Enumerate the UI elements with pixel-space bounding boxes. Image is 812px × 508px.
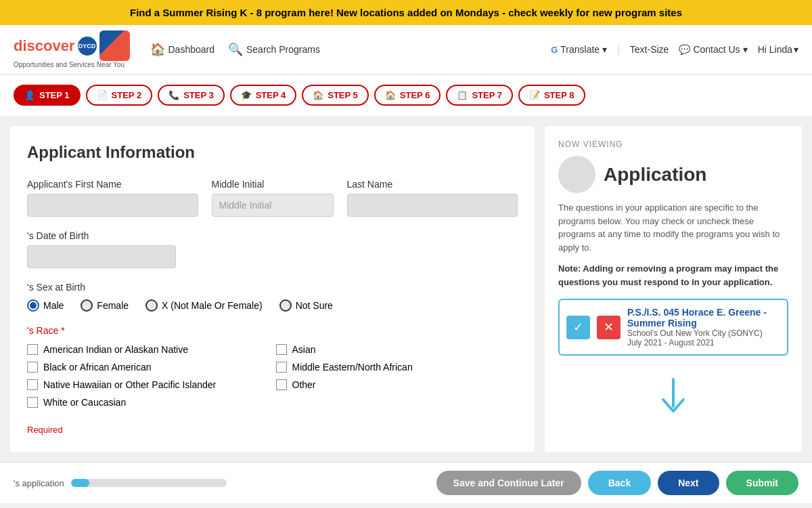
- header: discover DYCD Opportunities and Services…: [0, 25, 812, 75]
- race-other[interactable]: Other: [276, 379, 518, 390]
- step-8-label: STEP 8: [544, 90, 574, 100]
- footer-bar: 's application Save and Continue Later B…: [0, 462, 812, 503]
- race-american-indian[interactable]: American Indian or Alaskan Native: [27, 344, 269, 355]
- x-radio[interactable]: [145, 299, 158, 312]
- dycd-badge: DYCD: [78, 37, 97, 56]
- next-button[interactable]: Next: [658, 471, 719, 495]
- middle-initial-label: Middle Initial: [212, 179, 334, 190]
- translate-label: Translate: [560, 44, 600, 55]
- step-3-label: STEP 3: [183, 90, 214, 100]
- race-black[interactable]: Black or African American: [27, 362, 269, 373]
- contact-chevron: ▾: [743, 44, 748, 55]
- contact-button[interactable]: 💬 Contact Us ▾: [679, 44, 747, 55]
- arrow-hint: [558, 376, 788, 423]
- first-name-group: Applicant's First Name: [27, 179, 198, 217]
- program-check-button[interactable]: ✓: [566, 316, 590, 339]
- text-size-label: Text-Size: [630, 44, 669, 55]
- logo-icon: [99, 30, 130, 61]
- native-hawaiian-label: Native Hawaiian or Other Pacific Islande…: [43, 379, 216, 390]
- step-7-label: STEP 7: [472, 90, 502, 100]
- step-4-button[interactable]: 🎓 STEP 4: [230, 85, 297, 106]
- program-card: ✓ ✕ P.S./I.S. 045 Horace E. Greene - Sum…: [558, 299, 788, 356]
- asian-label: Asian: [292, 344, 316, 355]
- nav-links: 🏠 Dashboard 🔍 Search Programs: [150, 42, 551, 57]
- race-label: 's Race *: [27, 325, 518, 336]
- native-hawaiian-checkbox[interactable]: [27, 379, 38, 390]
- male-radio[interactable]: [27, 299, 39, 312]
- sex-section: 's Sex at Birth Male Female X (Not Male …: [27, 282, 518, 312]
- back-button[interactable]: Back: [588, 471, 651, 495]
- dob-input[interactable]: [27, 245, 176, 268]
- program-org: School's Out New York City (SONYC): [627, 329, 780, 338]
- save-continue-button[interactable]: Save and Continue Later: [436, 471, 581, 495]
- logo-discover: discover: [14, 37, 75, 55]
- submit-button[interactable]: Submit: [726, 471, 798, 495]
- dashboard-link[interactable]: 🏠 Dashboard: [150, 42, 215, 57]
- text-size-button[interactable]: Text-Size: [630, 44, 669, 55]
- program-remove-button[interactable]: ✕: [597, 316, 621, 339]
- program-info: P.S./I.S. 045 Horace E. Greene - Summer …: [627, 307, 780, 347]
- search-programs-link[interactable]: 🔍 Search Programs: [228, 42, 320, 57]
- notsure-radio[interactable]: [279, 299, 292, 312]
- dashboard-label: Dashboard: [168, 44, 215, 55]
- white-label: White or Caucasian: [43, 397, 126, 408]
- race-grid: American Indian or Alaskan Native Black …: [27, 344, 518, 415]
- form-area: Applicant Information Applicant's First …: [10, 126, 535, 452]
- sex-notsure-option[interactable]: Not Sure: [279, 299, 333, 312]
- step-1-button[interactable]: 👤 STEP 1: [14, 85, 81, 106]
- google-icon: G: [551, 45, 558, 55]
- other-label: Other: [292, 379, 316, 390]
- sex-x-option[interactable]: X (Not Male Or Female): [145, 299, 263, 312]
- race-asian[interactable]: Asian: [276, 344, 518, 355]
- white-checkbox[interactable]: [27, 397, 38, 408]
- progress-bar-fill: [71, 479, 90, 487]
- step-5-button[interactable]: 🏠 STEP 5: [302, 85, 369, 106]
- app-header: Application: [558, 156, 788, 193]
- other-checkbox[interactable]: [276, 379, 287, 390]
- user-menu[interactable]: Hi Linda ▾: [758, 44, 798, 55]
- race-native-hawaiian[interactable]: Native Hawaiian or Other Pacific Islande…: [27, 379, 269, 390]
- divider: |: [617, 44, 620, 55]
- now-viewing-label: NOW VIEWING: [558, 140, 788, 149]
- notsure-label: Not Sure: [296, 300, 333, 311]
- step-6-button[interactable]: 🏠 STEP 6: [374, 85, 441, 106]
- chat-icon: 💬: [679, 44, 690, 55]
- american-indian-label: American Indian or Alaskan Native: [43, 344, 188, 355]
- first-name-input[interactable]: [27, 194, 198, 217]
- race-white[interactable]: White or Caucasian: [27, 397, 269, 408]
- middle-eastern-checkbox[interactable]: [276, 362, 287, 373]
- search-icon: 🔍: [228, 42, 243, 57]
- form-title: Applicant Information: [27, 143, 518, 162]
- asian-checkbox[interactable]: [276, 344, 287, 355]
- main-layout: Applicant Information Applicant's First …: [0, 116, 812, 462]
- name-row: Applicant's First Name Middle Initial La…: [27, 179, 518, 217]
- last-name-input[interactable]: [347, 194, 518, 217]
- race-col2: Asian Middle Eastern/North African Other: [276, 344, 518, 415]
- step-3-icon: 📞: [168, 90, 179, 100]
- step-4-icon: 🎓: [241, 90, 252, 100]
- sidebar: NOW VIEWING Application The questions in…: [545, 126, 802, 452]
- steps-bar: 👤 STEP 1 📄 STEP 2 📞 STEP 3 🎓 STEP 4 🏠 ST…: [0, 75, 812, 116]
- first-name-label: Applicant's First Name: [27, 179, 198, 190]
- step-3-button[interactable]: 📞 STEP 3: [158, 85, 225, 106]
- step-6-icon: 🏠: [385, 90, 396, 100]
- middle-initial-input[interactable]: [212, 194, 334, 217]
- step-2-button[interactable]: 📄 STEP 2: [86, 85, 153, 106]
- sex-label: 's Sex at Birth: [27, 282, 518, 293]
- sex-female-option[interactable]: Female: [81, 299, 129, 312]
- sex-male-option[interactable]: Male: [27, 299, 64, 312]
- female-radio[interactable]: [81, 299, 93, 312]
- black-checkbox[interactable]: [27, 362, 38, 373]
- dob-label: 's Date of Birth: [27, 230, 89, 241]
- last-name-label: Last Name: [347, 179, 518, 190]
- race-middle-eastern[interactable]: Middle Eastern/North African: [276, 362, 518, 373]
- step-1-label: STEP 1: [39, 90, 70, 100]
- x-label: X (Not Male Or Female): [162, 300, 263, 311]
- nav-right: G Translate ▾ | Text-Size 💬 Contact Us ▾…: [551, 44, 798, 55]
- step-5-label: STEP 5: [328, 90, 358, 100]
- step-8-button[interactable]: 📝 STEP 8: [518, 85, 585, 106]
- american-indian-checkbox[interactable]: [27, 344, 38, 355]
- user-chevron: ▾: [794, 44, 798, 55]
- translate-button[interactable]: G Translate ▾: [551, 44, 607, 55]
- step-7-button[interactable]: 📋 STEP 7: [446, 85, 513, 106]
